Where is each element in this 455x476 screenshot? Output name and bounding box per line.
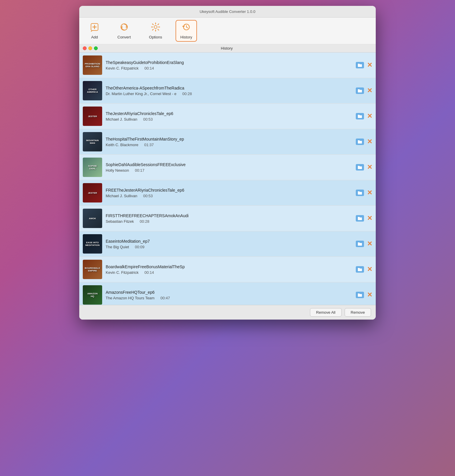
item-meta: Holly Newson00:17 [106,168,352,173]
item-author: Keith C. Blackmore [106,143,138,147]
remove-item-button[interactable]: ✕ [367,266,372,273]
list-item: BOARDWALK EMPIREBoardwalkEmpireFreeBonus… [79,257,376,282]
remove-item-button[interactable]: ✕ [367,241,372,247]
item-title: BoardwalkEmpireFreeBonusMaterialTheSp [106,264,352,269]
remove-item-button[interactable]: ✕ [367,139,372,145]
remove-button[interactable]: Remove [345,308,371,317]
app-window: Ukeysoft Audible Converter 1.0.0 Add [79,6,376,320]
history-panel-title: History [101,46,352,50]
item-author: Kevin C. Fitzpatrick [106,66,139,70]
item-actions: ✕ [356,266,372,273]
item-info: FIRSTTHREEFREECHAPTERSAmokAnAudiSebastia… [106,213,352,224]
item-cover: OTHER AMERICA [83,81,102,100]
item-actions: ✕ [356,241,372,247]
remove-item-button[interactable]: ✕ [367,190,372,196]
item-meta: Dr. Martin Luther King Jr., Cornel West … [106,92,352,96]
remove-item-button[interactable]: ✕ [367,215,372,222]
open-folder-button[interactable] [356,266,364,273]
item-info: TheHospitalTheFirstMountainManStory_epKe… [106,137,352,147]
item-cover: JESTER [83,107,102,126]
remove-item-button[interactable]: ✕ [367,62,372,68]
history-icon [182,22,191,34]
list-item: AMOKFIRSTTHREEFREECHAPTERSAmokAnAudiSeba… [79,206,376,231]
list-item: PROHIBITION ERA SLANGTheSpeakeasyGuideto… [79,53,376,78]
item-author: Dr. Martin Luther King Jr., Cornel West … [106,92,176,96]
item-actions: ✕ [356,215,372,222]
open-folder-button[interactable] [356,292,364,298]
app-title: Ukeysoft Audible Converter 1.0.0 [200,9,255,14]
open-folder-button[interactable] [356,113,364,119]
list-item: MOUNTAIN MANTheHospitalTheFirstMountainM… [79,129,376,155]
toolbar-convert[interactable]: Convert [113,20,136,42]
toolbar-options[interactable]: Options [144,20,167,42]
open-folder-button[interactable] [356,241,364,247]
item-meta: Sebastian Fitzek00:28 [106,219,352,224]
item-author: The Amazon HQ Tours Team [106,296,154,300]
list-item: AMAZON HQAmazonsFreeHQTour_ep6The Amazon… [79,282,376,305]
item-title: FREETheJesterARiyriaChroniclesTale_ep6 [106,188,352,193]
remove-item-button[interactable]: ✕ [367,87,372,94]
item-actions: ✕ [356,87,372,94]
remove-item-button[interactable]: ✕ [367,292,372,298]
open-folder-button[interactable] [356,139,364,145]
item-info: TheSpeakeasyGuidetoProhibitionEraSlangKe… [106,60,352,70]
item-meta: Kevin C. Fitzpatrick00:14 [106,270,352,275]
item-meta: Kevin C. Fitzpatrick00:14 [106,66,352,70]
open-folder-button[interactable] [356,87,364,94]
item-actions: ✕ [356,164,372,171]
item-cover: AMOK [83,209,102,228]
item-actions: ✕ [356,113,372,119]
remove-all-button[interactable]: Remove All [310,308,342,317]
toolbar-history-label: History [180,35,192,39]
item-info: FREETheJesterARiyriaChroniclesTale_ep6Mi… [106,188,352,198]
item-cover: PROHIBITION ERA SLANG [83,55,102,75]
footer: Remove All Remove [79,305,376,320]
item-duration: 00:14 [144,270,154,275]
toolbar-add-label: Add [91,35,98,39]
options-icon [151,22,160,34]
item-meta: Michael J. Sullivan00:53 [106,117,352,121]
open-folder-button[interactable] [356,215,364,222]
maximize-button[interactable] [94,46,98,50]
item-duration: 00:28 [140,219,149,224]
item-cover: EASE INTO MEDITATION [83,234,102,254]
item-meta: Keith C. Blackmore01:37 [106,143,352,147]
item-duration: 00:53 [143,194,153,198]
minimize-button[interactable] [88,46,92,50]
item-actions: ✕ [356,292,372,298]
item-cover: BOARDWALK EMPIRE [83,260,102,279]
item-duration: 00:14 [144,66,154,70]
list-item: JESTERFREETheJesterARiyriaChroniclesTale… [79,180,376,206]
item-duration: 00:28 [182,92,192,96]
item-title: SophieDahlAudibleSessionsFREEExclusive [106,162,352,167]
toolbar-add[interactable]: Add [85,20,104,42]
toolbar-history[interactable]: History [176,20,197,42]
item-cover: MOUNTAIN MAN [83,132,102,151]
list-item: OTHER AMERICATheOtherAmerica-ASpeechfrom… [79,78,376,104]
item-author: Sebastian Fitzek [106,219,134,224]
close-button[interactable] [83,46,87,50]
open-folder-button[interactable] [356,164,364,171]
item-duration: 00:09 [135,245,145,249]
item-meta: The Big Quiet00:09 [106,245,352,249]
remove-item-button[interactable]: ✕ [367,113,372,119]
toolbar: Add Convert Optio [79,18,376,44]
item-duration: 01:37 [144,143,154,147]
item-title: AmazonsFreeHQTour_ep6 [106,290,352,295]
item-actions: ✕ [356,190,372,196]
item-duration: 00:17 [135,168,144,173]
item-title: FIRSTTHREEFREECHAPTERSAmokAnAudi [106,213,352,218]
item-title: TheHospitalTheFirstMountainManStory_ep [106,137,352,141]
item-duration: 00:53 [143,117,153,121]
open-folder-button[interactable] [356,62,364,68]
remove-item-button[interactable]: ✕ [367,164,372,171]
item-title: TheSpeakeasyGuidetoProhibitionEraSlang [106,60,352,65]
open-folder-button[interactable] [356,190,364,196]
item-meta: The Amazon HQ Tours Team00:47 [106,296,352,300]
item-actions: ✕ [356,62,372,68]
convert-icon [119,22,129,34]
item-info: TheOtherAmerica-ASpeechfromTheRadicaDr. … [106,86,352,96]
add-icon [90,22,99,34]
item-actions: ✕ [356,139,372,145]
list-item: EASE INTO MEDITATIONEaseintoMeditation_e… [79,231,376,257]
